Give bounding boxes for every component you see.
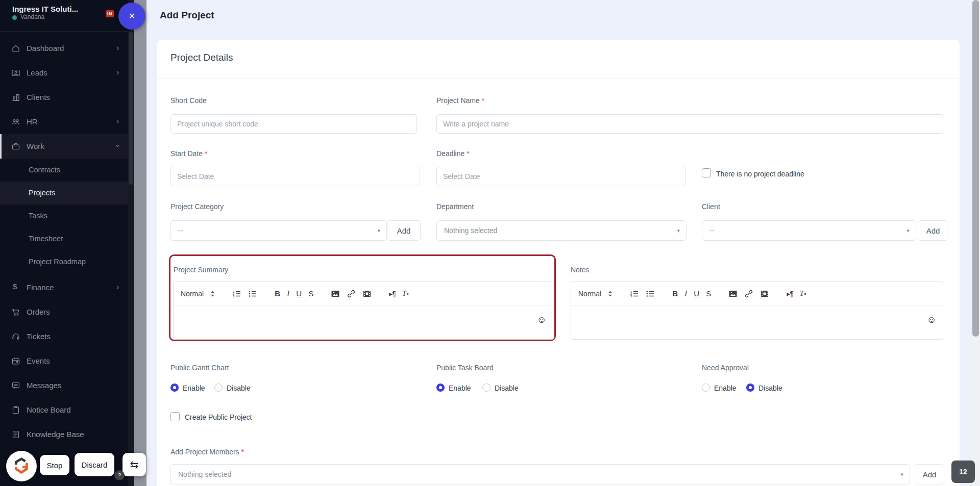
format-select[interactable]: Normal [181, 290, 204, 298]
main-content: Add Project Project Details Short Code P… [146, 0, 980, 486]
sidebar-item-knowledge-base[interactable]: Knowledge Base [0, 422, 128, 447]
no-deadline-checkbox[interactable] [702, 168, 711, 177]
create-public-project-checkbox[interactable] [170, 412, 180, 421]
emoji-icon[interactable]: ☺ [927, 315, 937, 324]
notes-toolbar: Normal 123 B I U S ▸¶ Tx [571, 282, 944, 305]
help-icon[interactable]: ? [114, 470, 125, 480]
required-asterisk: * [482, 96, 484, 105]
stop-button[interactable]: Stop [40, 455, 69, 475]
insert-link-icon[interactable] [744, 289, 753, 298]
summary-editor-body[interactable]: ☺ [174, 305, 554, 339]
bullet-list-icon[interactable] [646, 289, 655, 298]
project-category-select[interactable]: -- ▾ [170, 220, 387, 241]
approval-enable-radio-label: Enable [714, 384, 737, 392]
sidebar-subitem-contracts[interactable]: Contracts [0, 159, 128, 182]
sidebar-item-work[interactable]: Work › [0, 134, 128, 159]
gantt-disable-radio[interactable] [214, 383, 223, 392]
chevron-down-icon: › [113, 144, 122, 147]
need-approval-label: Need Approval [702, 364, 749, 372]
department-select[interactable]: Nothing selected ▾ [436, 220, 687, 241]
ordered-list-icon[interactable]: 123 [232, 289, 241, 298]
sidebar-item-messages[interactable]: Messages [0, 373, 128, 398]
notes-editor-body[interactable]: ☺ [571, 305, 944, 339]
svg-text:3: 3 [233, 294, 235, 297]
extension-count-badge[interactable]: 12 [951, 461, 975, 483]
sidebar-item-dashboard[interactable]: Dashboard › [0, 36, 128, 61]
underline-icon[interactable]: U [694, 289, 699, 298]
cart-icon [11, 308, 20, 317]
project-details-card: Project Details Short Code Project Name*… [157, 40, 960, 486]
task-board-disable-radio[interactable] [482, 383, 491, 392]
screen: Ingress IT Soluti... Vandana IN Dashboar… [0, 0, 980, 486]
project-members-label: Add Project Members* [170, 448, 244, 456]
caret-down-icon: ▾ [677, 227, 680, 234]
client-select[interactable]: -- ▾ [702, 220, 916, 241]
clear-formatting-icon[interactable]: Tx [800, 289, 806, 298]
strikethrough-icon[interactable]: S [706, 289, 711, 298]
public-gantt-label: Public Gantt Chart [170, 364, 229, 372]
format-stepper-icon[interactable] [210, 290, 215, 297]
insert-image-icon[interactable] [331, 289, 340, 298]
sidebar-subitem-timesheet[interactable]: Timesheet [0, 227, 128, 250]
start-date-input[interactable] [170, 167, 420, 186]
sidebar-subitem-projects[interactable]: Projects [0, 182, 128, 204]
deadline-label: Deadline* [436, 149, 470, 158]
underline-icon[interactable]: U [296, 289, 302, 298]
clear-formatting-icon[interactable]: Tx [402, 289, 409, 298]
project-name-input[interactable] [436, 114, 944, 134]
calendar-icon [11, 356, 20, 366]
sidebar-item-notice-board[interactable]: Notice Board [0, 398, 128, 422]
format-stepper-icon[interactable] [608, 290, 612, 297]
insert-video-icon[interactable] [760, 289, 769, 298]
gantt-enable-radio[interactable] [170, 383, 179, 392]
page-scrollbar-thumb[interactable] [972, 0, 979, 337]
close-overlay-button[interactable]: ✕ [118, 3, 145, 30]
leads-icon [11, 68, 20, 78]
sidebar-item-finance[interactable]: $ Finance › [0, 275, 128, 300]
bullet-list-icon[interactable] [248, 289, 257, 298]
bold-icon[interactable]: B [672, 289, 678, 298]
project-name-label: Project Name* [436, 96, 484, 105]
sidebar-item-clients[interactable]: Clients [0, 85, 128, 110]
gantt-disable-radio-label: Disable [227, 384, 251, 392]
assistant-logo-button[interactable] [6, 451, 37, 481]
discard-button[interactable]: Discard [75, 453, 114, 476]
summary-toolbar: Normal 123 B I U S ▸¶ Tx [174, 282, 554, 305]
sidebar-item-tickets[interactable]: Tickets [0, 324, 128, 349]
italic-icon[interactable]: I [287, 289, 289, 298]
task-board-enable-radio[interactable] [436, 383, 445, 392]
ordered-list-icon[interactable]: 123 [630, 289, 639, 298]
approval-disable-radio[interactable] [746, 383, 754, 392]
bold-icon[interactable]: B [275, 289, 280, 298]
sidebar-subitem-project-roadmap[interactable]: Project Roadmap [0, 250, 128, 273]
insert-image-icon[interactable] [728, 289, 738, 298]
department-label: Department [436, 202, 474, 211]
add-category-button[interactable]: Add [387, 220, 421, 241]
insert-link-icon[interactable] [347, 289, 356, 298]
sidebar-item-events[interactable]: Events [0, 349, 128, 373]
sidebar-item-hr[interactable]: HR › [0, 110, 128, 134]
strikethrough-icon[interactable]: S [308, 289, 313, 298]
insert-video-icon[interactable] [362, 289, 372, 298]
approval-enable-radio[interactable] [702, 383, 710, 392]
add-member-button[interactable]: Add [915, 464, 944, 484]
sidebar-item-leads[interactable]: Leads › [0, 61, 128, 85]
sidebar-subitem-tasks[interactable]: Tasks [0, 204, 128, 227]
task-board-enable-radio-label: Enable [449, 384, 471, 392]
text-direction-icon[interactable]: ▸¶ [389, 290, 396, 298]
project-summary-editor: Normal 123 B I U S ▸¶ Tx [173, 282, 554, 340]
add-client-button[interactable]: Add [918, 220, 948, 241]
project-members-select[interactable]: Nothing selected ▾ [170, 464, 910, 484]
italic-icon[interactable]: I [684, 289, 687, 298]
sidebar-item-orders[interactable]: Orders [0, 300, 128, 324]
no-deadline-checkbox-label: There is no project deadline [716, 170, 804, 178]
swap-button[interactable]: ⇆ [122, 453, 146, 476]
sidebar-scrollbar-thumb[interactable] [129, 32, 133, 185]
emoji-icon[interactable]: ☺ [537, 315, 547, 324]
format-select[interactable]: Normal [578, 290, 601, 298]
text-direction-icon[interactable]: ▸¶ [787, 290, 793, 298]
deadline-input[interactable] [436, 167, 686, 186]
client-label: Client [702, 202, 720, 211]
svg-text:3: 3 [630, 294, 632, 297]
short-code-input[interactable] [170, 114, 417, 134]
